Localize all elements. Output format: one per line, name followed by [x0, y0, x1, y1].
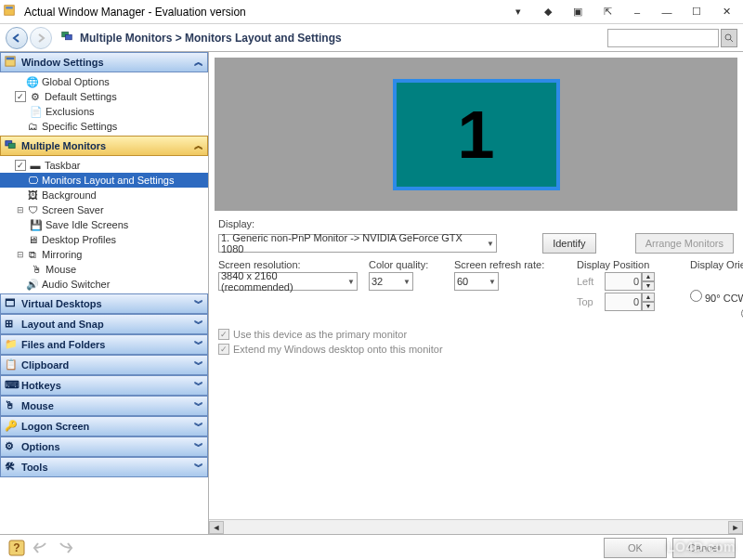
breadcrumb: Multiple Monitors > Monitors Layout and … — [80, 32, 342, 45]
window-settings-icon — [5, 56, 18, 69]
back-button[interactable] — [6, 27, 28, 49]
clipboard-icon: 📋 — [5, 358, 18, 371]
chevron-up-icon: ︽ — [194, 139, 203, 152]
top-label: Top — [577, 296, 599, 307]
chevron-down-icon: ︾ — [194, 420, 203, 433]
tree-multiple-monitors: ✓▬Taskbar 🖵Monitors Layout and Settings … — [0, 156, 208, 293]
arrange-monitors-button[interactable]: Arrange Monitors — [635, 233, 734, 254]
spin-up-icon[interactable]: ▲ — [642, 272, 655, 281]
fit-icon[interactable]: ⇱ — [594, 3, 620, 21]
spin-down-icon[interactable]: ▼ — [642, 302, 655, 311]
orient-0-radio[interactable]: 0° — [690, 272, 743, 286]
tree-item-audio-switcher[interactable]: 🔊Audio Switcher — [0, 277, 208, 292]
dash-icon[interactable]: – — [624, 3, 650, 21]
chevron-down-icon: ︾ — [194, 399, 203, 412]
tree-item-background[interactable]: 🖼Background — [0, 188, 208, 202]
section-mouse[interactable]: 🖱Mouse︾ — [0, 396, 208, 416]
tree-item-desktop-profiles[interactable]: 🖥Desktop Profiles — [0, 232, 208, 247]
svg-rect-1 — [6, 7, 13, 8]
refresh-label: Screen refresh rate: — [454, 259, 566, 270]
orientation-label: Display Orientation — [690, 259, 743, 270]
orient-180-radio[interactable]: 180° — [690, 307, 743, 321]
section-clipboard[interactable]: 📋Clipboard︾ — [0, 355, 208, 375]
extend-checkbox[interactable]: ✓ — [218, 344, 229, 355]
go-button[interactable] — [721, 29, 737, 47]
identify-button[interactable]: Identify — [542, 233, 595, 254]
tree-item-monitors-layout[interactable]: 🖵Monitors Layout and Settings — [0, 173, 208, 188]
profiles-icon: 🖥 — [26, 234, 39, 245]
color-select[interactable]: 32▼ — [369, 272, 413, 291]
left-spinner[interactable]: ▲▼ — [605, 272, 655, 291]
tree-item-screen-saver[interactable]: ⊟🛡Screen Saver — [0, 202, 208, 217]
layout-icon: ⊞ — [5, 318, 18, 331]
cancel-button[interactable]: Cancel — [672, 538, 736, 558]
form-area: Display: 1. Generic non-PnP Monitor -> N… — [209, 215, 743, 358]
search-input[interactable] — [607, 29, 719, 47]
section-hotkeys[interactable]: ⌨Hotkeys︾ — [0, 375, 208, 396]
undo-icon[interactable] — [32, 539, 50, 557]
monitors-icon: 🖵 — [26, 175, 39, 186]
section-tools[interactable]: 🛠Tools︾ — [0, 457, 208, 477]
chevron-down-icon: ︾ — [194, 440, 203, 453]
redo-icon[interactable] — [56, 539, 74, 557]
tree-item-taskbar[interactable]: ✓▬Taskbar — [0, 158, 208, 173]
display-select[interactable]: 1. Generic non-PnP Monitor -> NVIDIA GeF… — [218, 234, 497, 253]
checkbox-icon[interactable]: ✓ — [15, 160, 26, 171]
minimize-icon[interactable]: — — [654, 3, 680, 21]
monitor-canvas[interactable]: 1 — [215, 58, 737, 211]
collapse-icon[interactable]: ⊟ — [15, 250, 26, 259]
section-label: Multiple Monitors — [21, 140, 106, 151]
monitor-1[interactable]: 1 — [393, 79, 560, 190]
chevron-down-icon: ︾ — [194, 358, 203, 371]
left-label: Left — [577, 276, 599, 287]
section-files-folders[interactable]: 📁Files and Folders︾ — [0, 334, 208, 355]
resolution-select[interactable]: 3840 x 2160 (recommended)▼ — [218, 272, 358, 291]
spin-up-icon[interactable]: ▲ — [642, 293, 655, 302]
checkbox-icon[interactable]: ✓ — [15, 91, 26, 102]
orient-90ccw-radio[interactable]: 90° CCW — [690, 290, 743, 304]
titlebar-controls: ▾ ◆ ▣ ⇱ – — ☐ ✕ — [505, 3, 739, 21]
top-spinner[interactable]: ▲▼ — [605, 293, 655, 311]
shield-icon: 🛡 — [26, 204, 39, 215]
footer: ? OK Cancel — [0, 534, 743, 560]
tree-item-mouse[interactable]: 🖱Mouse — [0, 262, 208, 277]
section-layout-snap[interactable]: ⊞Layout and Snap︾ — [0, 314, 208, 334]
extend-label: Extend my Windows desktop onto this moni… — [233, 344, 443, 355]
scroll-left-icon[interactable]: ◄ — [209, 521, 224, 534]
tree-item-global-options[interactable]: 🌐Global Options — [0, 74, 208, 89]
section-options[interactable]: ⚙Options︾ — [0, 436, 208, 457]
svg-text:?: ? — [13, 541, 20, 554]
tree-item-exclusions[interactable]: 📄Exclusions — [0, 104, 208, 119]
maximize-icon[interactable]: ☐ — [684, 3, 710, 21]
ok-button[interactable]: OK — [604, 538, 667, 558]
section-logon-screen[interactable]: 🔑Logon Screen︾ — [0, 416, 208, 436]
section-multiple-monitors[interactable]: Multiple Monitors ︽ — [0, 136, 208, 156]
chevron-down-icon: ▼ — [399, 278, 411, 286]
hotkeys-icon: ⌨ — [5, 379, 18, 392]
chevron-down-icon: ▼ — [344, 278, 355, 286]
section-virtual-desktops[interactable]: 🗔Virtual Desktops︾ — [0, 293, 208, 314]
refresh-select[interactable]: 60▼ — [454, 272, 499, 291]
pin-icon[interactable]: ◆ — [535, 3, 561, 21]
spin-down-icon[interactable]: ▼ — [642, 281, 655, 291]
scroll-right-icon[interactable]: ► — [728, 521, 743, 534]
app-icon — [4, 5, 19, 20]
horizontal-scrollbar[interactable]: ◄ ► — [209, 519, 743, 534]
tree-item-mirroring[interactable]: ⊟⧉Mirroring — [0, 247, 208, 262]
tree-item-specific-settings[interactable]: 🗂Specific Settings — [0, 119, 208, 134]
square-icon[interactable]: ▣ — [565, 3, 591, 21]
taskbar-icon: ▬ — [29, 160, 42, 171]
dropdown-icon[interactable]: ▾ — [505, 3, 531, 21]
forward-button[interactable] — [30, 27, 52, 49]
mouse-icon: 🖱 — [30, 264, 43, 275]
primary-checkbox[interactable]: ✓ — [218, 329, 229, 340]
options-icon: ⚙ — [5, 440, 18, 453]
svg-rect-7 — [7, 58, 15, 60]
toolbar: Multiple Monitors > Monitors Layout and … — [0, 24, 743, 52]
collapse-icon[interactable]: ⊟ — [15, 205, 26, 215]
tree-item-default-settings[interactable]: ✓⚙Default Settings — [0, 89, 208, 104]
close-icon[interactable]: ✕ — [713, 3, 739, 21]
help-icon[interactable]: ? — [7, 539, 26, 557]
tree-item-save-idle[interactable]: 💾Save Idle Screens — [0, 217, 208, 232]
section-window-settings[interactable]: Window Settings ︽ — [0, 52, 208, 72]
